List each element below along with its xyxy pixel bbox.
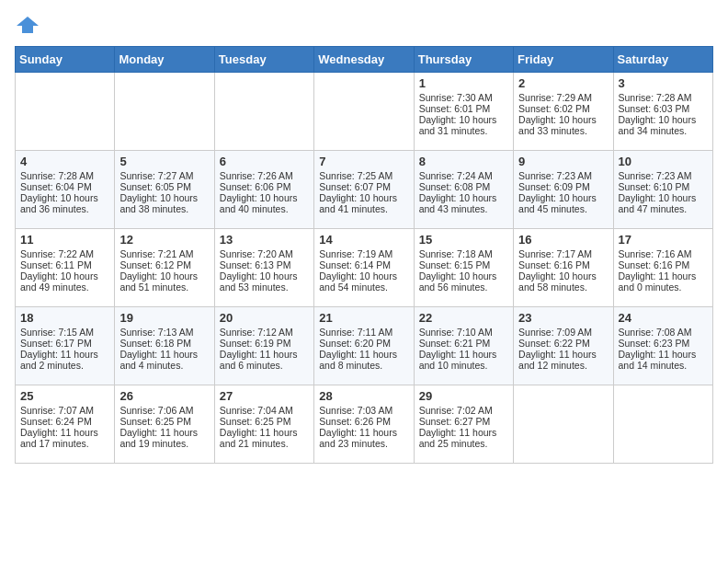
calendar-cell: 28Sunrise: 7:03 AMSunset: 6:26 PMDayligh… [314,385,414,464]
daylight-text: Daylight: 11 hours and 2 minutes. [20,349,109,371]
day-number: 1 [419,76,508,90]
daylight-text: Daylight: 11 hours and 21 minutes. [220,427,309,449]
sunrise-text: Sunrise: 7:02 AM [419,405,508,416]
calendar-cell [613,385,712,464]
day-number: 23 [518,311,608,325]
sunset-text: Sunset: 6:16 PM [518,259,608,270]
sunset-text: Sunset: 6:13 PM [220,259,309,270]
calendar-cell: 1Sunrise: 7:30 AMSunset: 6:01 PMDaylight… [414,73,513,151]
sunset-text: Sunset: 6:17 PM [20,338,109,349]
daylight-text: Daylight: 10 hours and 33 minutes. [518,114,608,136]
page-header [15,15,713,35]
sunrise-text: Sunrise: 7:25 AM [319,170,408,181]
day-number: 25 [20,389,109,403]
sunset-text: Sunset: 6:03 PM [619,103,708,114]
calendar-cell: 15Sunrise: 7:18 AMSunset: 6:15 PMDayligh… [414,229,513,307]
day-number: 2 [518,76,608,90]
day-number: 11 [20,233,109,247]
calendar-cell: 25Sunrise: 7:07 AMSunset: 6:24 PMDayligh… [16,385,115,464]
day-number: 7 [319,155,408,168]
sunset-text: Sunset: 6:07 PM [319,181,408,192]
sunset-text: Sunset: 6:16 PM [619,259,708,270]
sunset-text: Sunset: 6:21 PM [419,338,508,349]
calendar-cell: 24Sunrise: 7:08 AMSunset: 6:23 PMDayligh… [613,307,712,385]
sunset-text: Sunset: 6:10 PM [619,181,708,192]
day-number: 10 [619,155,708,168]
daylight-text: Daylight: 11 hours and 6 minutes. [220,349,309,371]
calendar-cell [314,73,414,151]
daylight-text: Daylight: 10 hours and 49 minutes. [20,270,109,293]
calendar-cell: 11Sunrise: 7:22 AMSunset: 6:11 PMDayligh… [16,229,115,307]
calendar-cell: 18Sunrise: 7:15 AMSunset: 6:17 PMDayligh… [16,307,115,385]
sunset-text: Sunset: 6:20 PM [319,338,408,349]
sunrise-text: Sunrise: 7:04 AM [220,405,309,416]
sunrise-text: Sunrise: 7:03 AM [319,405,408,416]
day-number: 15 [419,233,508,247]
day-number: 5 [119,155,209,168]
daylight-text: Daylight: 10 hours and 40 minutes. [220,192,309,214]
sunrise-text: Sunrise: 7:12 AM [220,327,309,338]
sunrise-text: Sunrise: 7:08 AM [619,327,708,338]
sunset-text: Sunset: 6:04 PM [20,181,109,192]
calendar-cell: 19Sunrise: 7:13 AMSunset: 6:18 PMDayligh… [115,307,214,385]
sunset-text: Sunset: 6:02 PM [518,103,608,114]
sunrise-text: Sunrise: 7:15 AM [20,327,109,338]
calendar-week-4: 18Sunrise: 7:15 AMSunset: 6:17 PMDayligh… [16,307,713,385]
calendar-cell: 20Sunrise: 7:12 AMSunset: 6:19 PMDayligh… [214,307,313,385]
calendar-cell: 26Sunrise: 7:06 AMSunset: 6:25 PMDayligh… [115,385,214,464]
daylight-text: Daylight: 10 hours and 58 minutes. [518,270,608,293]
daylight-text: Daylight: 11 hours and 25 minutes. [419,427,508,449]
sunrise-text: Sunrise: 7:23 AM [619,170,708,181]
calendar-cell: 16Sunrise: 7:17 AMSunset: 6:16 PMDayligh… [514,229,613,307]
day-number: 9 [518,155,608,168]
day-number: 26 [119,389,209,403]
daylight-text: Daylight: 11 hours and 10 minutes. [419,349,508,371]
day-number: 29 [419,389,508,403]
calendar-cell [214,73,313,151]
sunrise-text: Sunrise: 7:28 AM [619,92,708,103]
sunrise-text: Sunrise: 7:21 AM [119,248,209,259]
sunrise-text: Sunrise: 7:11 AM [319,327,408,338]
daylight-text: Daylight: 10 hours and 56 minutes. [419,270,508,293]
calendar-cell: 17Sunrise: 7:16 AMSunset: 6:16 PMDayligh… [613,229,712,307]
sunrise-text: Sunrise: 7:09 AM [518,327,608,338]
sunrise-text: Sunrise: 7:07 AM [20,405,109,416]
day-number: 28 [319,389,408,403]
calendar-week-2: 4Sunrise: 7:28 AMSunset: 6:04 PMDaylight… [16,151,713,229]
day-number: 16 [518,233,608,247]
sunrise-text: Sunrise: 7:24 AM [419,170,508,181]
daylight-text: Daylight: 11 hours and 8 minutes. [319,349,408,371]
sunset-text: Sunset: 6:12 PM [119,259,209,270]
day-number: 19 [119,311,209,325]
daylight-text: Daylight: 11 hours and 12 minutes. [518,349,608,371]
day-number: 18 [20,311,109,325]
calendar-cell: 3Sunrise: 7:28 AMSunset: 6:03 PMDaylight… [613,73,712,151]
daylight-text: Daylight: 10 hours and 34 minutes. [619,114,708,136]
calendar-cell: 14Sunrise: 7:19 AMSunset: 6:14 PMDayligh… [314,229,414,307]
day-number: 21 [319,311,408,325]
column-header-tuesday: Tuesday [214,47,313,73]
daylight-text: Daylight: 10 hours and 54 minutes. [319,270,408,293]
calendar-cell: 4Sunrise: 7:28 AMSunset: 6:04 PMDaylight… [16,151,115,229]
sunset-text: Sunset: 6:25 PM [220,416,309,427]
sunrise-text: Sunrise: 7:18 AM [419,248,508,259]
column-header-wednesday: Wednesday [314,47,414,73]
sunset-text: Sunset: 6:19 PM [220,338,309,349]
daylight-text: Daylight: 10 hours and 31 minutes. [419,114,508,136]
sunset-text: Sunset: 6:01 PM [419,103,508,114]
sunrise-text: Sunrise: 7:27 AM [119,170,209,181]
day-number: 24 [619,311,708,325]
daylight-text: Daylight: 11 hours and 14 minutes. [619,349,708,371]
daylight-text: Daylight: 10 hours and 53 minutes. [220,270,309,293]
day-number: 22 [419,311,508,325]
column-header-thursday: Thursday [414,47,513,73]
calendar-cell: 27Sunrise: 7:04 AMSunset: 6:25 PMDayligh… [214,385,313,464]
day-number: 14 [319,233,408,247]
column-header-sunday: Sunday [16,47,115,73]
daylight-text: Daylight: 11 hours and 23 minutes. [319,427,408,449]
calendar-week-3: 11Sunrise: 7:22 AMSunset: 6:11 PMDayligh… [16,229,713,307]
sunset-text: Sunset: 6:11 PM [20,259,109,270]
calendar-cell: 7Sunrise: 7:25 AMSunset: 6:07 PMDaylight… [314,151,414,229]
sunset-text: Sunset: 6:18 PM [119,338,209,349]
daylight-text: Daylight: 10 hours and 36 minutes. [20,192,109,214]
